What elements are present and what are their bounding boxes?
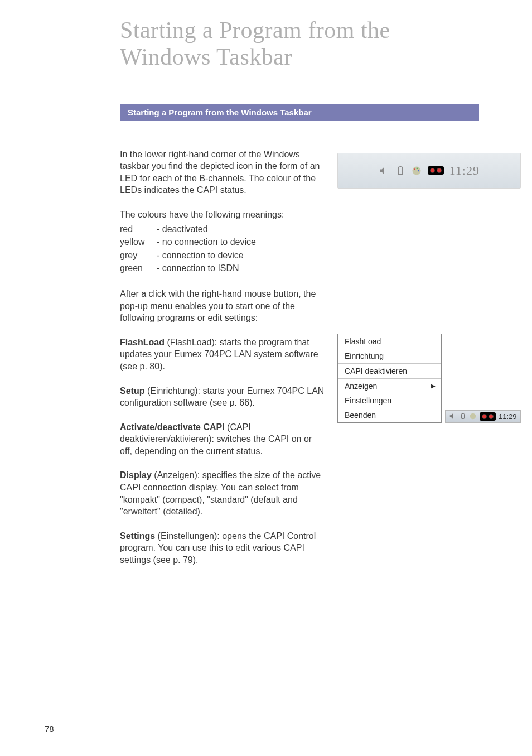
page-title: Starting a Program from the Windows Task…	[120, 17, 479, 71]
svg-point-2	[412, 166, 420, 175]
svg-rect-0	[398, 167, 403, 175]
svg-point-3	[414, 168, 415, 170]
svg-rect-6	[462, 414, 465, 419]
figure-column: 11:29 FlashLoad Einrichtung CAPI deaktiv…	[337, 148, 521, 423]
rest-setup: (Einrichtung): starts your Eumex 704PC L…	[120, 386, 324, 408]
svg-point-8	[470, 413, 476, 420]
led-color: yellow	[120, 236, 157, 249]
led-meaning-table: red - deactivated yellow - no connection…	[120, 223, 260, 276]
svg-point-5	[418, 170, 419, 171]
led-meaning: - deactivated	[157, 223, 260, 237]
led-meaning: - connection to ISDN	[157, 262, 260, 276]
led-b2	[437, 168, 442, 173]
table-row: yellow - no connection to device	[120, 236, 260, 249]
led-color: green	[120, 262, 157, 276]
term-settings: Settings	[120, 531, 155, 541]
led-icon	[480, 412, 496, 421]
led-b1	[482, 414, 487, 419]
table-row: red - deactivated	[120, 223, 260, 237]
display-opt-compact: compact)	[166, 495, 202, 504]
text-column: In the lower right-hand corner of the Wi…	[120, 148, 326, 579]
battery-icon	[460, 412, 466, 420]
section-heading-bar: Starting a Program from the Windows Task…	[120, 104, 479, 121]
display-paragraph: Display (Anzeigen): specifies the size o…	[120, 469, 326, 517]
menu-item-flashload[interactable]: FlashLoad	[338, 334, 441, 349]
led-color: grey	[120, 249, 157, 263]
led-b1	[430, 168, 435, 173]
led-meaning: - connection to device	[157, 249, 260, 263]
page: Starting a Program from the Windows Task…	[0, 0, 532, 756]
led-intro: The colours have the following meanings:	[120, 209, 326, 221]
table-row: green - connection to ISDN	[120, 262, 260, 276]
volume-icon	[379, 165, 390, 176]
led-color: red	[120, 223, 157, 237]
intro-paragraph: In the lower right-hand corner of the Wi…	[120, 148, 326, 196]
svg-rect-1	[399, 166, 401, 167]
term-capi: Activate/deactivate CAPI	[120, 422, 225, 432]
display-mid2: , "standard" (	[202, 495, 253, 504]
svg-rect-7	[462, 413, 463, 415]
settings-paragraph: Settings (Einstellungen): opens the CAPI…	[120, 530, 326, 566]
systray-small: 11:29	[445, 410, 521, 423]
menu-item-beenden[interactable]: Beenden	[338, 408, 441, 422]
table-row: grey - connection to device	[120, 249, 260, 263]
menu-item-einrichtung[interactable]: Einrichtung	[338, 349, 441, 363]
volume-icon	[449, 412, 457, 420]
led-icon	[428, 166, 444, 175]
display-opt-detailed: detailed	[166, 507, 197, 516]
led-meaning: - no connection to device	[157, 236, 260, 249]
display-opt-default: default	[254, 495, 280, 504]
menu-item-capi-deaktivieren[interactable]: CAPI deaktivieren	[338, 363, 441, 378]
term-flashload: FlashLoad	[120, 338, 165, 347]
menu-item-einstellungen[interactable]: Einstellungen	[338, 393, 441, 408]
svg-point-4	[416, 167, 418, 169]
page-number: 78	[45, 724, 54, 734]
term-display: Display	[120, 470, 152, 480]
term-setup: Setup	[120, 386, 144, 396]
flashload-paragraph: FlashLoad (FlashLoad): starts the progra…	[120, 336, 326, 373]
palette-icon	[469, 412, 477, 420]
battery-icon	[395, 165, 405, 176]
context-menu-figure: FlashLoad Einrichtung CAPI deaktivieren …	[337, 334, 521, 423]
display-mid4: ).	[197, 507, 203, 516]
systray-icons	[379, 165, 444, 176]
setup-paragraph: Setup (Einrichtung): starts your Eumex 7…	[120, 385, 326, 409]
systray-time: 11:29	[449, 163, 480, 178]
after-click-paragraph: After a click with the right-hand mouse …	[120, 288, 326, 324]
content-columns: In the lower right-hand corner of the Wi…	[120, 148, 479, 579]
capi-paragraph: Activate/deactivate CAPI (CAPI deaktivie…	[120, 421, 326, 458]
led-b2	[489, 414, 494, 419]
palette-icon	[411, 165, 422, 176]
systray-small-time: 11:29	[499, 412, 517, 421]
systray-figure: 11:29	[337, 153, 521, 189]
menu-item-anzeigen[interactable]: Anzeigen	[338, 378, 441, 393]
context-menu: FlashLoad Einrichtung CAPI deaktivieren …	[337, 334, 442, 423]
